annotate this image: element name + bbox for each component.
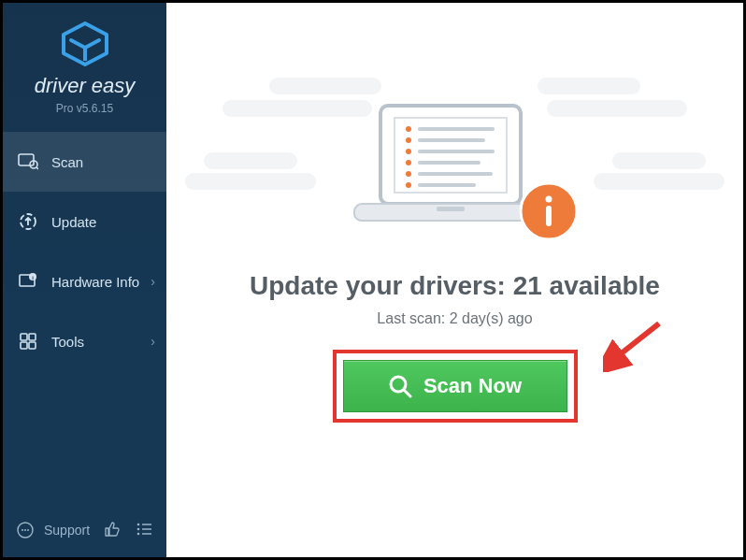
update-icon [18, 211, 38, 232]
sidebar-item-hardware-info[interactable]: i Hardware Info › [3, 251, 166, 311]
svg-rect-12 [29, 342, 36, 349]
headline-prefix: Update your drivers: [250, 271, 513, 300]
app-logo-icon [60, 22, 110, 66]
svg-point-35 [406, 171, 411, 177]
brand-name: driver easy [3, 74, 166, 98]
svg-point-15 [24, 529, 26, 531]
svg-point-40 [545, 196, 552, 203]
sidebar-item-label: Update [51, 214, 96, 230]
svg-point-36 [406, 182, 411, 188]
svg-point-32 [406, 137, 411, 143]
logo-block: driver easy Pro v5.6.15 [3, 3, 166, 132]
main-content: Update your drivers: 21 available Last s… [166, 3, 743, 557]
laptop-illustration [352, 101, 558, 245]
support-label: Support [44, 523, 90, 538]
svg-rect-2 [19, 154, 34, 165]
svg-line-44 [614, 323, 659, 359]
svg-line-43 [404, 390, 410, 396]
chevron-right-icon: › [151, 274, 155, 289]
svg-rect-9 [21, 334, 27, 340]
sidebar: driver easy Pro v5.6.15 Scan Update i [3, 3, 166, 557]
svg-point-33 [406, 149, 411, 154]
svg-rect-11 [21, 342, 27, 349]
scan-highlight-box: Scan Now [333, 350, 578, 423]
svg-line-4 [36, 167, 38, 169]
support-link[interactable]: Support [16, 521, 90, 539]
svg-point-31 [406, 126, 411, 132]
svg-point-34 [406, 160, 411, 165]
search-icon [388, 374, 412, 398]
headline: Update your drivers: 21 available [250, 271, 660, 301]
svg-rect-41 [546, 206, 552, 226]
scan-now-button[interactable]: Scan Now [343, 360, 567, 412]
hardware-info-icon: i [18, 271, 38, 292]
svg-point-17 [137, 523, 140, 525]
svg-point-18 [137, 527, 140, 530]
tools-icon [18, 331, 38, 352]
annotation-arrow [603, 316, 668, 372]
version-label: Pro v5.6.15 [3, 102, 166, 115]
chevron-right-icon: › [151, 334, 155, 349]
last-scan-label: Last scan: 2 day(s) ago [377, 310, 532, 327]
headline-suffix: available [542, 271, 660, 300]
sidebar-item-label: Scan [51, 154, 83, 170]
scan-button-label: Scan Now [423, 374, 522, 398]
app-window: − ✕ driver easy Pro v5.6.15 Scan [0, 0, 746, 560]
list-icon[interactable] [135, 520, 153, 541]
sidebar-nav: Scan Update i Hardware Info › Tools [3, 132, 166, 371]
bottom-icons [103, 520, 153, 541]
svg-point-19 [137, 532, 140, 535]
sidebar-item-label: Hardware Info [51, 274, 139, 290]
thumbs-up-icon[interactable] [103, 520, 122, 541]
scan-icon [18, 151, 38, 172]
sidebar-bottom: Support [3, 503, 166, 557]
svg-rect-10 [29, 334, 36, 340]
sidebar-item-label: Tools [51, 334, 84, 350]
chat-icon [16, 521, 35, 539]
sidebar-item-scan[interactable]: Scan [3, 132, 166, 192]
available-count: 21 [513, 271, 542, 300]
svg-rect-37 [437, 207, 465, 211]
svg-point-16 [27, 529, 29, 531]
info-badge-icon [519, 181, 579, 241]
sidebar-item-update[interactable]: Update [3, 192, 166, 251]
sidebar-item-tools[interactable]: Tools › [3, 311, 166, 371]
svg-point-14 [22, 529, 23, 531]
